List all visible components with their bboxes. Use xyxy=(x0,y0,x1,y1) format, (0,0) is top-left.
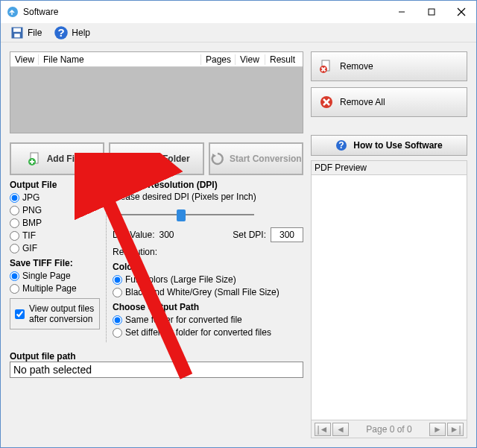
resolution-desc: Please desired DPI (Pixels per Inch) xyxy=(113,192,303,202)
remove-all-button[interactable]: Remove All xyxy=(311,87,467,117)
menu-help[interactable]: ? Help xyxy=(48,24,96,42)
menu-file-label: File xyxy=(28,28,42,38)
titlebar: Software xyxy=(1,1,476,23)
dpi-value-row: DPI Value: 300 Set DPI: xyxy=(113,227,303,242)
output-path-value[interactable]: No path selected xyxy=(10,362,303,378)
add-folder-button[interactable]: Add Folder xyxy=(109,142,203,175)
options-area: Output File JPG PNG BMP TIF GIF Save TIF… xyxy=(10,180,303,342)
page-add-icon xyxy=(28,151,42,166)
svg-marker-17 xyxy=(212,154,216,158)
colors-title: Colors xyxy=(113,262,303,272)
col-result[interactable]: Result xyxy=(265,54,303,65)
content: View File Name Pages View Result Add Fil… xyxy=(1,42,476,447)
resolution-group: Choose Resolution (DPI) Please desired D… xyxy=(113,180,303,257)
left-column: View File Name Pages View Result Add Fil… xyxy=(10,51,303,438)
svg-rect-2 xyxy=(429,9,435,15)
right-column: Remove Remove All ? How to Use Software … xyxy=(311,51,467,438)
save-tiff-title: Save TIFF File: xyxy=(10,258,100,268)
col-filename[interactable]: File Name xyxy=(39,54,201,65)
svg-rect-6 xyxy=(13,28,21,31)
colors-group: Colors Full Colors (Large File Size) Bla… xyxy=(113,262,303,297)
radio-multiple-page[interactable]: Multiple Page xyxy=(10,283,100,294)
how-to-button[interactable]: ? How to Use Software xyxy=(311,135,467,156)
dpi-slider[interactable] xyxy=(113,208,254,221)
add-folder-label: Add Folder xyxy=(142,154,189,164)
first-page-button[interactable]: |◄ xyxy=(315,423,331,436)
maximize-button[interactable] xyxy=(417,1,446,22)
radio-png[interactable]: PNG xyxy=(10,205,100,215)
radio-full-color[interactable]: Full Colors (Large File Size) xyxy=(113,274,303,285)
radio-gif[interactable]: GIF xyxy=(10,243,100,253)
col-view[interactable]: View xyxy=(10,54,39,65)
output-file-group: Output File JPG PNG BMP TIF GIF xyxy=(10,180,100,253)
col-pages[interactable]: Pages xyxy=(201,54,236,65)
view-after-checkbox[interactable]: View output files after conversion xyxy=(10,298,100,329)
help-icon: ? xyxy=(335,139,347,151)
page-delete-icon xyxy=(319,59,334,74)
menu-help-label: Help xyxy=(72,28,90,38)
menubar: File ? Help xyxy=(1,23,476,42)
close-button[interactable] xyxy=(446,1,476,22)
svg-text:?: ? xyxy=(58,26,65,39)
output-path-group: Choose Output Path Same folder for conve… xyxy=(113,302,303,338)
dpi-value: 300 xyxy=(159,230,174,240)
radio-single-page[interactable]: Single Page xyxy=(10,271,100,281)
dpi-value-label: DPI Value: xyxy=(113,230,154,240)
output-path-footer: Output file path No path selected xyxy=(10,347,303,378)
page-label: Page 0 of 0 xyxy=(350,424,428,435)
window-title: Software xyxy=(23,7,387,17)
output-path-label: Output file path xyxy=(10,351,303,362)
resolution-sub-label: Resolution: xyxy=(113,247,303,257)
add-files-button[interactable]: Add Files xyxy=(10,142,104,175)
remove-label: Remove xyxy=(340,61,373,72)
next-page-button[interactable]: ► xyxy=(429,423,446,436)
options-left: Output File JPG PNG BMP TIF GIF Save TIF… xyxy=(10,180,107,342)
svg-text:?: ? xyxy=(339,140,344,151)
how-to-label: How to Use Software xyxy=(353,140,442,151)
resolution-title: Choose Resolution (DPI) xyxy=(113,180,303,190)
view-after-input[interactable] xyxy=(15,309,25,319)
col-view2[interactable]: View xyxy=(236,54,265,65)
preview-body xyxy=(312,175,467,420)
set-dpi-label: Set DPI: xyxy=(233,230,266,240)
radio-jpg[interactable]: JPG xyxy=(10,192,100,203)
radio-bw[interactable]: Black and White/Grey (Small File Size) xyxy=(113,287,303,297)
start-conversion-label: Start Conversion xyxy=(230,154,302,164)
folder-add-icon xyxy=(123,151,138,166)
refresh-icon xyxy=(210,151,225,166)
remove-button[interactable]: Remove xyxy=(311,51,467,81)
svg-rect-7 xyxy=(14,34,20,37)
app-window: Software File ? Help View File Name Page… xyxy=(0,0,477,448)
save-tiff-group: Save TIFF File: Single Page Multiple Pag… xyxy=(10,258,100,294)
toolbar: Add Files Add Folder Start Conversion xyxy=(10,142,303,175)
pdf-preview: PDF Preview |◄ ◄ Page 0 of 0 ► ►| xyxy=(311,160,467,438)
file-list-header: View File Name Pages View Result xyxy=(10,52,303,67)
remove-all-label: Remove All xyxy=(340,97,385,107)
last-page-button[interactable]: ►| xyxy=(447,423,464,436)
preview-title: PDF Preview xyxy=(312,161,467,175)
minimize-button[interactable] xyxy=(387,1,417,22)
output-file-title: Output File xyxy=(10,180,100,190)
radio-diff-folder[interactable]: Set different folder for converted files xyxy=(113,327,303,338)
options-right: Choose Resolution (DPI) Please desired D… xyxy=(113,180,303,342)
radio-bmp[interactable]: BMP xyxy=(10,218,100,228)
start-conversion-button[interactable]: Start Conversion xyxy=(209,142,303,175)
preview-footer: |◄ ◄ Page 0 of 0 ► ►| xyxy=(312,420,467,438)
menu-file[interactable]: File xyxy=(4,24,48,42)
file-list[interactable]: View File Name Pages View Result xyxy=(10,51,303,133)
add-files-label: Add Files xyxy=(47,154,87,164)
slider-thumb[interactable] xyxy=(177,209,186,221)
radio-tif[interactable]: TIF xyxy=(10,230,100,241)
radio-same-folder[interactable]: Same folder for converted file xyxy=(113,315,303,325)
view-after-label: View output files after conversion xyxy=(29,303,95,324)
side-buttons: Remove Remove All xyxy=(311,51,467,117)
app-icon xyxy=(7,6,19,18)
prev-page-button[interactable]: ◄ xyxy=(332,423,349,436)
set-dpi-input[interactable] xyxy=(271,227,303,242)
help-icon: ? xyxy=(54,25,69,40)
output-path-title: Choose Output Path xyxy=(113,302,303,312)
remove-all-icon xyxy=(319,95,334,110)
save-icon xyxy=(10,25,25,40)
